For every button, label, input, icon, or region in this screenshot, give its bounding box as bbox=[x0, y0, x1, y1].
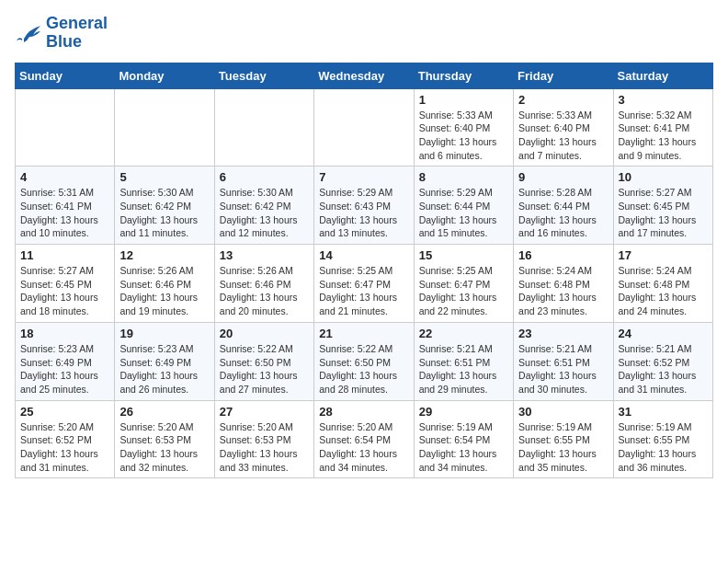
calendar-cell: 22Sunrise: 5:21 AM Sunset: 6:51 PM Dayli… bbox=[414, 322, 513, 400]
day-number: 19 bbox=[119, 327, 209, 340]
day-info: Sunrise: 5:22 AM Sunset: 6:50 PM Dayligh… bbox=[319, 342, 408, 396]
day-number: 9 bbox=[518, 170, 608, 184]
day-number: 4 bbox=[20, 170, 109, 184]
calendar-cell: 13Sunrise: 5:26 AM Sunset: 6:46 PM Dayli… bbox=[214, 245, 313, 323]
day-info: Sunrise: 5:32 AM Sunset: 6:41 PM Dayligh… bbox=[619, 109, 708, 163]
day-info: Sunrise: 5:31 AM Sunset: 6:41 PM Dayligh… bbox=[20, 186, 109, 240]
calendar-week-1: 1Sunrise: 5:33 AM Sunset: 6:40 PM Daylig… bbox=[16, 88, 713, 167]
calendar-cell: 3Sunrise: 5:32 AM Sunset: 6:41 PM Daylig… bbox=[613, 88, 712, 167]
day-info: Sunrise: 5:20 AM Sunset: 6:53 PM Dayligh… bbox=[220, 420, 309, 475]
calendar-cell bbox=[16, 88, 115, 167]
calendar-cell: 1Sunrise: 5:33 AM Sunset: 6:40 PM Daylig… bbox=[414, 88, 513, 167]
calendar-cell: 4Sunrise: 5:31 AM Sunset: 6:41 PM Daylig… bbox=[16, 167, 115, 245]
day-number: 18 bbox=[20, 327, 109, 340]
weekday-header-friday: Friday bbox=[514, 63, 613, 88]
calendar-cell: 2Sunrise: 5:33 AM Sunset: 6:40 PM Daylig… bbox=[514, 88, 613, 167]
day-info: Sunrise: 5:19 AM Sunset: 6:54 PM Dayligh… bbox=[419, 420, 508, 475]
calendar-cell: 24Sunrise: 5:21 AM Sunset: 6:52 PM Dayli… bbox=[613, 322, 712, 400]
day-number: 31 bbox=[619, 405, 708, 419]
calendar-cell: 25Sunrise: 5:20 AM Sunset: 6:52 PM Dayli… bbox=[16, 400, 115, 478]
day-info: Sunrise: 5:19 AM Sunset: 6:55 PM Dayligh… bbox=[518, 420, 608, 475]
day-info: Sunrise: 5:22 AM Sunset: 6:50 PM Dayligh… bbox=[220, 342, 309, 396]
calendar-cell: 28Sunrise: 5:20 AM Sunset: 6:54 PM Dayli… bbox=[314, 400, 414, 478]
day-info: Sunrise: 5:25 AM Sunset: 6:47 PM Dayligh… bbox=[419, 264, 508, 318]
calendar-cell bbox=[214, 88, 313, 167]
calendar-cell bbox=[314, 88, 414, 167]
day-number: 13 bbox=[220, 248, 309, 262]
calendar-cell: 31Sunrise: 5:19 AM Sunset: 6:55 PM Dayli… bbox=[613, 400, 712, 478]
logo-text: General Blue bbox=[46, 15, 108, 52]
day-number: 7 bbox=[319, 170, 408, 184]
day-info: Sunrise: 5:23 AM Sunset: 6:49 PM Dayligh… bbox=[20, 342, 109, 396]
calendar-body: 1Sunrise: 5:33 AM Sunset: 6:40 PM Daylig… bbox=[16, 88, 713, 478]
day-number: 2 bbox=[518, 93, 608, 107]
day-number: 29 bbox=[419, 405, 508, 419]
day-number: 17 bbox=[619, 248, 708, 262]
day-info: Sunrise: 5:21 AM Sunset: 6:51 PM Dayligh… bbox=[518, 342, 608, 396]
day-info: Sunrise: 5:23 AM Sunset: 6:49 PM Dayligh… bbox=[119, 342, 209, 396]
weekday-header-tuesday: Tuesday bbox=[214, 63, 313, 88]
day-number: 21 bbox=[319, 327, 408, 340]
day-number: 10 bbox=[619, 170, 708, 184]
day-number: 6 bbox=[220, 170, 309, 184]
day-info: Sunrise: 5:21 AM Sunset: 6:52 PM Dayligh… bbox=[619, 342, 708, 396]
calendar-week-2: 4Sunrise: 5:31 AM Sunset: 6:41 PM Daylig… bbox=[16, 167, 713, 245]
day-info: Sunrise: 5:26 AM Sunset: 6:46 PM Dayligh… bbox=[119, 264, 209, 318]
calendar-week-4: 18Sunrise: 5:23 AM Sunset: 6:49 PM Dayli… bbox=[16, 322, 713, 400]
day-info: Sunrise: 5:20 AM Sunset: 6:54 PM Dayligh… bbox=[319, 420, 408, 475]
day-info: Sunrise: 5:33 AM Sunset: 6:40 PM Dayligh… bbox=[518, 109, 608, 163]
logo: General Blue bbox=[15, 15, 108, 52]
day-number: 28 bbox=[319, 405, 408, 419]
calendar-week-3: 11Sunrise: 5:27 AM Sunset: 6:45 PM Dayli… bbox=[16, 245, 713, 323]
day-info: Sunrise: 5:33 AM Sunset: 6:40 PM Dayligh… bbox=[419, 109, 508, 163]
day-info: Sunrise: 5:21 AM Sunset: 6:51 PM Dayligh… bbox=[419, 342, 508, 396]
day-info: Sunrise: 5:24 AM Sunset: 6:48 PM Dayligh… bbox=[518, 264, 608, 318]
calendar-cell: 17Sunrise: 5:24 AM Sunset: 6:48 PM Dayli… bbox=[613, 245, 712, 323]
day-info: Sunrise: 5:29 AM Sunset: 6:44 PM Dayligh… bbox=[419, 186, 508, 240]
weekday-header-saturday: Saturday bbox=[613, 63, 712, 88]
calendar-cell: 23Sunrise: 5:21 AM Sunset: 6:51 PM Dayli… bbox=[514, 322, 613, 400]
day-info: Sunrise: 5:26 AM Sunset: 6:46 PM Dayligh… bbox=[220, 264, 309, 318]
calendar-cell: 10Sunrise: 5:27 AM Sunset: 6:45 PM Dayli… bbox=[613, 167, 712, 245]
calendar-cell: 9Sunrise: 5:28 AM Sunset: 6:44 PM Daylig… bbox=[514, 167, 613, 245]
day-number: 16 bbox=[518, 248, 608, 262]
day-number: 12 bbox=[119, 248, 209, 262]
day-info: Sunrise: 5:27 AM Sunset: 6:45 PM Dayligh… bbox=[619, 186, 708, 240]
calendar-header-row: SundayMondayTuesdayWednesdayThursdayFrid… bbox=[16, 63, 713, 88]
day-info: Sunrise: 5:25 AM Sunset: 6:47 PM Dayligh… bbox=[319, 264, 408, 318]
day-info: Sunrise: 5:19 AM Sunset: 6:55 PM Dayligh… bbox=[619, 420, 708, 475]
calendar-cell: 18Sunrise: 5:23 AM Sunset: 6:49 PM Dayli… bbox=[16, 322, 115, 400]
calendar-cell: 19Sunrise: 5:23 AM Sunset: 6:49 PM Dayli… bbox=[115, 322, 214, 400]
day-info: Sunrise: 5:24 AM Sunset: 6:48 PM Dayligh… bbox=[619, 264, 708, 318]
day-number: 15 bbox=[419, 248, 508, 262]
calendar-cell: 5Sunrise: 5:30 AM Sunset: 6:42 PM Daylig… bbox=[115, 167, 214, 245]
day-number: 25 bbox=[20, 405, 109, 419]
day-number: 30 bbox=[518, 405, 608, 419]
day-number: 22 bbox=[419, 327, 508, 340]
calendar-cell bbox=[115, 88, 214, 167]
day-info: Sunrise: 5:30 AM Sunset: 6:42 PM Dayligh… bbox=[119, 186, 209, 240]
logo-icon bbox=[15, 22, 42, 44]
calendar-week-5: 25Sunrise: 5:20 AM Sunset: 6:52 PM Dayli… bbox=[16, 400, 713, 478]
calendar-cell: 29Sunrise: 5:19 AM Sunset: 6:54 PM Dayli… bbox=[414, 400, 513, 478]
calendar-cell: 27Sunrise: 5:20 AM Sunset: 6:53 PM Dayli… bbox=[214, 400, 313, 478]
weekday-header-sunday: Sunday bbox=[16, 63, 115, 88]
day-info: Sunrise: 5:27 AM Sunset: 6:45 PM Dayligh… bbox=[20, 264, 109, 318]
weekday-header-thursday: Thursday bbox=[414, 63, 513, 88]
calendar-cell: 26Sunrise: 5:20 AM Sunset: 6:53 PM Dayli… bbox=[115, 400, 214, 478]
calendar-cell: 11Sunrise: 5:27 AM Sunset: 6:45 PM Dayli… bbox=[16, 245, 115, 323]
page-header: General Blue bbox=[15, 15, 713, 52]
day-info: Sunrise: 5:20 AM Sunset: 6:53 PM Dayligh… bbox=[119, 420, 209, 475]
calendar-cell: 12Sunrise: 5:26 AM Sunset: 6:46 PM Dayli… bbox=[115, 245, 214, 323]
day-number: 1 bbox=[419, 93, 508, 107]
day-info: Sunrise: 5:28 AM Sunset: 6:44 PM Dayligh… bbox=[518, 186, 608, 240]
calendar-cell: 8Sunrise: 5:29 AM Sunset: 6:44 PM Daylig… bbox=[414, 167, 513, 245]
day-number: 23 bbox=[518, 327, 608, 340]
day-number: 27 bbox=[220, 405, 309, 419]
calendar-cell: 15Sunrise: 5:25 AM Sunset: 6:47 PM Dayli… bbox=[414, 245, 513, 323]
day-info: Sunrise: 5:20 AM Sunset: 6:52 PM Dayligh… bbox=[20, 420, 109, 475]
day-number: 5 bbox=[119, 170, 209, 184]
weekday-header-wednesday: Wednesday bbox=[314, 63, 414, 88]
day-number: 26 bbox=[119, 405, 209, 419]
calendar-cell: 20Sunrise: 5:22 AM Sunset: 6:50 PM Dayli… bbox=[214, 322, 313, 400]
